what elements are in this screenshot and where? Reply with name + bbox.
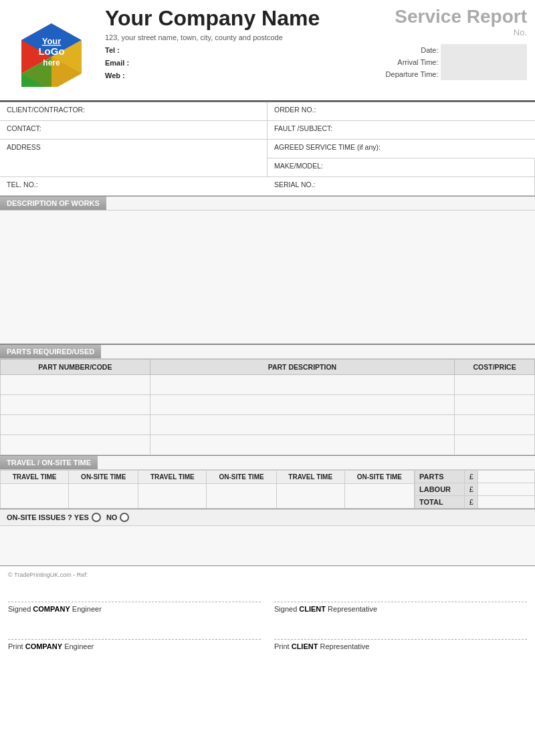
travel-data-row	[1, 484, 415, 509]
summary-parts-label: PARTS	[415, 471, 465, 483]
print-company-post: Engineer	[62, 642, 94, 650]
parts-desc-3[interactable]	[150, 415, 454, 435]
address-cell: ADDRESS	[0, 140, 268, 177]
signed-company-pre: Signed	[8, 605, 33, 613]
signature-section: Signed COMPANY Engineer Print COMPANY En…	[0, 582, 535, 657]
parts-section-header-row: PARTS REQUIRED/USED	[0, 344, 535, 359]
signed-client-post: Representative	[326, 605, 377, 613]
travel-val-4[interactable]	[207, 484, 276, 509]
signed-company-bold: COMPANY	[33, 605, 70, 613]
travel-val-1[interactable]	[1, 484, 69, 509]
travel-val-2[interactable]	[69, 484, 138, 509]
parts-code-4[interactable]	[1, 435, 150, 455]
arrival-label: Arrival Time:	[373, 56, 441, 68]
parts-col-cost: COST/PRICE	[455, 360, 535, 375]
parts-desc-1[interactable]	[150, 375, 454, 395]
onsite-yes-radio[interactable]	[92, 513, 101, 522]
parts-cost-1[interactable]	[455, 375, 535, 395]
onsite-no-label: NO	[106, 513, 118, 521]
summary-total-label: TOTAL	[415, 496, 465, 509]
page-header: Your LoGo here Your Company Name 123, yo…	[0, 0, 535, 102]
contact-email: Email :	[105, 57, 366, 70]
parts-desc-2[interactable]	[150, 395, 454, 415]
departure-value[interactable]	[441, 68, 527, 80]
copyright-text: © TradePrintingUK.com - Ref:	[8, 572, 88, 578]
client-rep-print-line	[274, 620, 527, 640]
travel-val-6[interactable]	[344, 484, 414, 509]
description-section-header: DESCRIPTION OF WORKS	[0, 197, 106, 210]
parts-row-1	[1, 375, 535, 395]
signature-client-col: Signed CLIENT Representative Print CLIEN…	[274, 582, 527, 650]
summary-parts-value[interactable]	[478, 471, 535, 483]
travel-col3: TRAVEL TIME	[138, 471, 207, 484]
parts-row-2	[1, 395, 535, 415]
serial-cell: SERIAL NO.:	[268, 177, 535, 196]
company-engineer-print-line	[8, 620, 261, 640]
company-engineer-print-label: Print COMPANY Engineer	[8, 642, 261, 650]
travel-section: TRAVEL / ON-SITE TIME TRAVEL TIME ON-SIT…	[0, 455, 535, 509]
parts-desc-4[interactable]	[150, 435, 454, 455]
address-label: ADDRESS	[7, 143, 41, 151]
date-row: Date:	[373, 44, 527, 56]
parts-code-2[interactable]	[1, 395, 150, 415]
summary-parts-pound: £	[465, 471, 478, 483]
signature-company-col: Signed COMPANY Engineer Print COMPANY En…	[8, 582, 261, 650]
parts-table: PART NUMBER/CODE PART DESCRIPTION COST/P…	[0, 359, 535, 455]
order-no-label: ORDER NO.:	[274, 106, 316, 114]
client-rep-signed-label: Signed CLIENT Representative	[274, 605, 527, 613]
summary-table: PARTS £ LABOUR £ TOTAL £	[415, 470, 535, 509]
travel-table: TRAVEL TIME ON-SITE TIME TRAVEL TIME ON-…	[0, 470, 415, 509]
company-engineer-signature-line	[8, 582, 261, 602]
travel-col6: ON-SITE TIME	[344, 471, 414, 484]
contact-cell: CONTACT:	[0, 121, 268, 140]
parts-cost-2[interactable]	[455, 395, 535, 415]
summary-total-value[interactable]	[478, 496, 535, 509]
order-no-cell: ORDER NO.:	[268, 102, 535, 121]
serial-label: SERIAL NO.:	[274, 180, 315, 188]
travel-val-5[interactable]	[276, 484, 344, 509]
parts-row-4	[1, 435, 535, 455]
svg-text:Your: Your	[42, 36, 62, 46]
description-works-area[interactable]	[0, 211, 535, 344]
onsite-issues-row: ON-SITE ISSUES ? YES NO	[0, 509, 535, 526]
parts-table-header-row: PART NUMBER/CODE PART DESCRIPTION COST/P…	[1, 360, 535, 375]
travel-header-row: TRAVEL / ON-SITE TIME	[0, 456, 535, 470]
parts-section: PARTS REQUIRED/USED PART NUMBER/CODE PAR…	[0, 344, 535, 455]
meta-table: Date: Arrival Time: Departure Time:	[373, 44, 527, 80]
fault-cell: FAULT /SUBJECT:	[268, 121, 535, 140]
onsite-no-radio[interactable]	[120, 513, 129, 522]
agreed-label: AGREED SERVICE TIME (if any):	[274, 143, 381, 151]
parts-code-1[interactable]	[1, 375, 150, 395]
departure-label: Departure Time:	[373, 68, 441, 80]
summary-labour-value[interactable]	[478, 483, 535, 496]
footer-copyright: © TradePrintingUK.com - Ref:	[0, 566, 535, 582]
web-colon: :	[122, 72, 125, 80]
client-rep-signature-line	[274, 582, 527, 602]
client-grid: CLIENT/CONTRACTOR: ORDER NO.: CONTACT: F…	[0, 102, 535, 196]
parts-cost-3[interactable]	[455, 415, 535, 435]
travel-val-3[interactable]	[138, 484, 207, 509]
arrival-value[interactable]	[441, 56, 527, 68]
contact-label: CONTACT:	[7, 124, 41, 132]
contact-web: Web :	[105, 70, 366, 82]
print-company-pre: Print	[8, 642, 25, 650]
print-client-post: Representative	[318, 642, 369, 650]
date-value[interactable]	[441, 44, 527, 56]
agreed-cell: AGREED SERVICE TIME (if any):	[268, 140, 535, 158]
email-colon: :	[126, 59, 129, 67]
report-meta: Service Report No. Date: Arrival Time: D…	[373, 7, 527, 94]
parts-cost-4[interactable]	[455, 435, 535, 455]
contact-tel: Tel :	[105, 44, 366, 57]
travel-col5: TRAVEL TIME	[276, 471, 344, 484]
travel-header-row-cols: TRAVEL TIME ON-SITE TIME TRAVEL TIME ON-…	[1, 471, 415, 484]
fault-label: FAULT /SUBJECT:	[274, 124, 332, 132]
signed-client-pre: Signed	[274, 605, 299, 613]
parts-code-3[interactable]	[1, 415, 150, 435]
parts-col-code: PART NUMBER/CODE	[1, 360, 150, 375]
travel-section-header: TRAVEL / ON-SITE TIME	[0, 456, 98, 469]
signed-client-bold: CLIENT	[299, 605, 326, 613]
onsite-notes-area[interactable]	[0, 526, 535, 566]
description-section-header-row: DESCRIPTION OF WORKS	[0, 196, 535, 211]
summary-labour-row: LABOUR £	[415, 483, 535, 496]
tel-label: Tel	[105, 46, 115, 54]
